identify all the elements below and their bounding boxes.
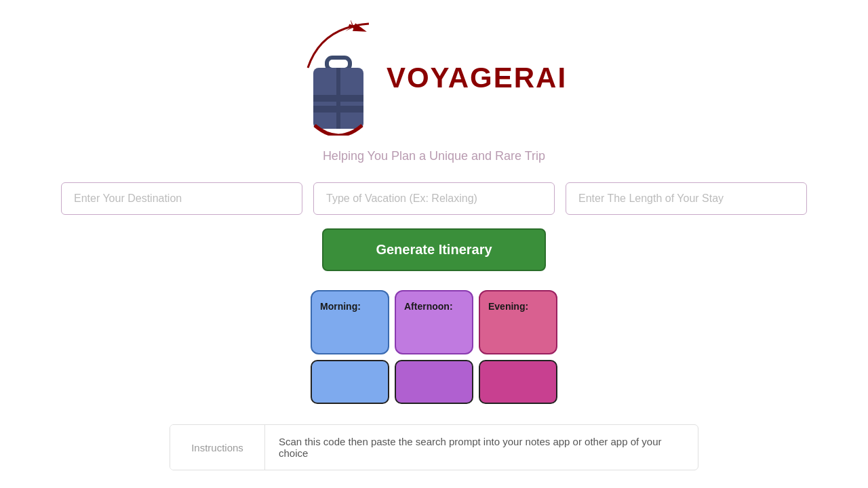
- afternoon-label: Afternoon:: [404, 301, 453, 312]
- input-row: [61, 182, 807, 215]
- logo-graphic: [301, 20, 376, 136]
- evening-label: Evening:: [488, 301, 528, 312]
- generate-itinerary-button[interactable]: Generate Itinerary: [322, 228, 546, 271]
- length-of-stay-input[interactable]: [566, 182, 807, 215]
- cards-section: Morning: Afternoon: Evening:: [311, 290, 557, 404]
- afternoon-card: Afternoon:: [395, 290, 473, 354]
- svg-rect-8: [336, 68, 340, 129]
- morning-bottom-card: [311, 360, 389, 404]
- cards-bottom-row: [311, 360, 557, 404]
- logo-section: VOYAGERAI: [301, 20, 567, 136]
- evening-card: Evening:: [479, 290, 557, 354]
- tagline: Helping You Plan a Unique and Rare Trip: [323, 149, 545, 163]
- vacation-type-input[interactable]: [313, 182, 555, 215]
- app-name: VOYAGERAI: [387, 62, 567, 94]
- cards-top-row: Morning: Afternoon: Evening:: [311, 290, 557, 354]
- instructions-tab[interactable]: Instructions: [170, 425, 265, 470]
- page-container: VOYAGERAI Helping You Plan a Unique and …: [0, 0, 868, 484]
- evening-bottom-card: [479, 360, 557, 404]
- morning-card: Morning:: [311, 290, 389, 354]
- afternoon-bottom-card: [395, 360, 473, 404]
- instructions-text: Scan this code then paste the search pro…: [265, 425, 698, 470]
- destination-input[interactable]: [61, 182, 302, 215]
- suitcase-icon: [301, 20, 376, 136]
- morning-label: Morning:: [320, 301, 361, 312]
- instructions-bar: Instructions Scan this code then paste t…: [170, 424, 698, 470]
